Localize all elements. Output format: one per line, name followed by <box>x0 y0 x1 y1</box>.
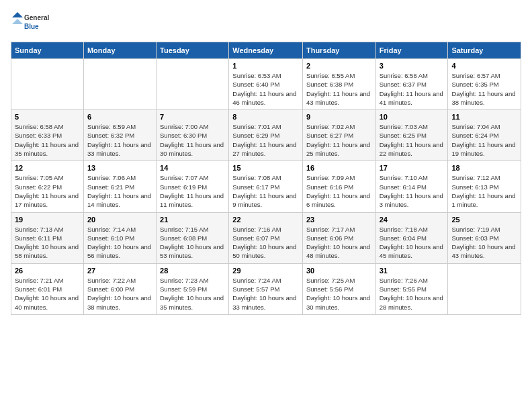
day-cell: 9Sunrise: 7:02 AM Sunset: 6:27 PM Daylig… <box>302 110 375 161</box>
day-info: Sunrise: 7:18 AM Sunset: 6:04 PM Dayligh… <box>380 225 445 261</box>
day-info: Sunrise: 7:14 AM Sunset: 6:10 PM Dayligh… <box>87 225 152 261</box>
day-number: 20 <box>87 216 152 224</box>
day-info: Sunrise: 7:10 AM Sunset: 6:14 PM Dayligh… <box>380 173 445 209</box>
day-info: Sunrise: 7:22 AM Sunset: 6:00 PM Dayligh… <box>87 276 152 312</box>
day-number: 21 <box>160 216 225 224</box>
day-info: Sunrise: 6:56 AM Sunset: 6:37 PM Dayligh… <box>380 71 445 107</box>
day-cell: 1Sunrise: 6:53 AM Sunset: 6:40 PM Daylig… <box>229 59 303 110</box>
day-info: Sunrise: 6:53 AM Sunset: 6:40 PM Dayligh… <box>232 71 299 107</box>
svg-text:General: General <box>24 14 49 21</box>
day-cell: 5Sunrise: 6:58 AM Sunset: 6:33 PM Daylig… <box>11 110 84 161</box>
day-number: 1 <box>232 62 299 70</box>
day-info: Sunrise: 6:55 AM Sunset: 6:38 PM Dayligh… <box>306 71 372 107</box>
day-info: Sunrise: 7:24 AM Sunset: 5:57 PM Dayligh… <box>232 276 299 312</box>
week-row-1: 1Sunrise: 6:53 AM Sunset: 6:40 PM Daylig… <box>11 59 521 110</box>
svg-marker-2 <box>12 12 23 17</box>
week-row-3: 12Sunrise: 7:05 AM Sunset: 6:22 PM Dayli… <box>11 161 521 212</box>
day-info: Sunrise: 7:03 AM Sunset: 6:25 PM Dayligh… <box>380 122 445 158</box>
day-cell: 24Sunrise: 7:18 AM Sunset: 6:04 PM Dayli… <box>375 212 448 263</box>
day-info: Sunrise: 7:00 AM Sunset: 6:30 PM Dayligh… <box>160 122 225 158</box>
day-info: Sunrise: 6:58 AM Sunset: 6:33 PM Dayligh… <box>15 122 80 158</box>
day-number: 16 <box>306 164 372 172</box>
day-info: Sunrise: 7:07 AM Sunset: 6:19 PM Dayligh… <box>160 173 225 209</box>
calendar-header-row: SundayMondayTuesdayWednesdayThursdayFrid… <box>11 42 521 59</box>
week-row-5: 26Sunrise: 7:21 AM Sunset: 6:01 PM Dayli… <box>11 263 521 314</box>
day-number: 28 <box>160 267 225 275</box>
day-number: 9 <box>306 113 372 121</box>
day-number: 12 <box>15 164 80 172</box>
col-header-friday: Friday <box>375 42 448 59</box>
day-cell: 14Sunrise: 7:07 AM Sunset: 6:19 PM Dayli… <box>157 161 229 212</box>
day-cell: 2Sunrise: 6:55 AM Sunset: 6:38 PM Daylig… <box>302 59 375 110</box>
day-number: 23 <box>306 216 372 224</box>
day-cell: 31Sunrise: 7:26 AM Sunset: 5:55 PM Dayli… <box>375 263 448 314</box>
day-cell: 29Sunrise: 7:24 AM Sunset: 5:57 PM Dayli… <box>229 263 303 314</box>
day-number: 31 <box>380 267 445 275</box>
svg-marker-3 <box>12 19 23 24</box>
day-cell: 12Sunrise: 7:05 AM Sunset: 6:22 PM Dayli… <box>11 161 84 212</box>
week-row-4: 19Sunrise: 7:13 AM Sunset: 6:11 PM Dayli… <box>11 212 521 263</box>
day-number: 7 <box>160 113 225 121</box>
header: General Blue <box>11 11 521 35</box>
day-number: 4 <box>451 62 517 70</box>
day-number: 17 <box>380 164 445 172</box>
day-info: Sunrise: 7:01 AM Sunset: 6:29 PM Dayligh… <box>232 122 299 158</box>
day-cell: 8Sunrise: 7:01 AM Sunset: 6:29 PM Daylig… <box>229 110 303 161</box>
day-cell: 6Sunrise: 6:59 AM Sunset: 6:32 PM Daylig… <box>83 110 156 161</box>
day-info: Sunrise: 7:13 AM Sunset: 6:11 PM Dayligh… <box>15 225 80 261</box>
day-cell: 18Sunrise: 7:12 AM Sunset: 6:13 PM Dayli… <box>448 161 521 212</box>
day-info: Sunrise: 7:04 AM Sunset: 6:24 PM Dayligh… <box>451 122 517 158</box>
day-number: 5 <box>15 113 80 121</box>
day-info: Sunrise: 7:08 AM Sunset: 6:17 PM Dayligh… <box>232 173 299 209</box>
day-number: 19 <box>15 216 80 224</box>
day-cell: 7Sunrise: 7:00 AM Sunset: 6:30 PM Daylig… <box>157 110 229 161</box>
day-info: Sunrise: 7:16 AM Sunset: 6:07 PM Dayligh… <box>232 225 299 261</box>
col-header-thursday: Thursday <box>302 42 375 59</box>
day-number: 3 <box>380 62 445 70</box>
day-number: 26 <box>15 267 80 275</box>
day-number: 27 <box>87 267 152 275</box>
day-cell: 17Sunrise: 7:10 AM Sunset: 6:14 PM Dayli… <box>375 161 448 212</box>
day-cell <box>157 59 229 110</box>
day-cell: 22Sunrise: 7:16 AM Sunset: 6:07 PM Dayli… <box>229 212 303 263</box>
day-info: Sunrise: 6:57 AM Sunset: 6:35 PM Dayligh… <box>451 71 517 107</box>
logo-svg: General Blue <box>11 11 51 35</box>
day-cell <box>448 263 521 314</box>
day-cell: 25Sunrise: 7:19 AM Sunset: 6:03 PM Dayli… <box>448 212 521 263</box>
day-info: Sunrise: 7:21 AM Sunset: 6:01 PM Dayligh… <box>15 276 80 312</box>
day-cell: 3Sunrise: 6:56 AM Sunset: 6:37 PM Daylig… <box>375 59 448 110</box>
day-number: 22 <box>232 216 299 224</box>
day-cell: 30Sunrise: 7:25 AM Sunset: 5:56 PM Dayli… <box>302 263 375 314</box>
day-cell: 20Sunrise: 7:14 AM Sunset: 6:10 PM Dayli… <box>83 212 156 263</box>
day-cell: 4Sunrise: 6:57 AM Sunset: 6:35 PM Daylig… <box>448 59 521 110</box>
calendar-table: SundayMondayTuesdayWednesdayThursdayFrid… <box>11 42 521 315</box>
day-number: 15 <box>232 164 299 172</box>
week-row-2: 5Sunrise: 6:58 AM Sunset: 6:33 PM Daylig… <box>11 110 521 161</box>
col-header-sunday: Sunday <box>11 42 84 59</box>
day-cell: 28Sunrise: 7:23 AM Sunset: 5:59 PM Dayli… <box>157 263 229 314</box>
col-header-tuesday: Tuesday <box>157 42 229 59</box>
day-number: 11 <box>451 113 517 121</box>
logo: General Blue <box>11 11 51 35</box>
day-info: Sunrise: 6:59 AM Sunset: 6:32 PM Dayligh… <box>87 122 152 158</box>
day-info: Sunrise: 7:19 AM Sunset: 6:03 PM Dayligh… <box>451 225 517 261</box>
day-info: Sunrise: 7:05 AM Sunset: 6:22 PM Dayligh… <box>15 173 80 209</box>
day-number: 2 <box>306 62 372 70</box>
day-number: 10 <box>380 113 445 121</box>
day-info: Sunrise: 7:26 AM Sunset: 5:55 PM Dayligh… <box>380 276 445 312</box>
day-info: Sunrise: 7:09 AM Sunset: 6:16 PM Dayligh… <box>306 173 372 209</box>
day-number: 14 <box>160 164 225 172</box>
day-info: Sunrise: 7:02 AM Sunset: 6:27 PM Dayligh… <box>306 122 372 158</box>
day-info: Sunrise: 7:25 AM Sunset: 5:56 PM Dayligh… <box>306 276 372 312</box>
svg-text:Blue: Blue <box>24 23 39 30</box>
day-number: 18 <box>451 164 517 172</box>
day-cell: 27Sunrise: 7:22 AM Sunset: 6:00 PM Dayli… <box>83 263 156 314</box>
day-cell <box>11 59 84 110</box>
day-cell: 19Sunrise: 7:13 AM Sunset: 6:11 PM Dayli… <box>11 212 84 263</box>
day-cell: 11Sunrise: 7:04 AM Sunset: 6:24 PM Dayli… <box>448 110 521 161</box>
col-header-monday: Monday <box>83 42 156 59</box>
day-number: 8 <box>232 113 299 121</box>
day-info: Sunrise: 7:23 AM Sunset: 5:59 PM Dayligh… <box>160 276 225 312</box>
day-number: 25 <box>451 216 517 224</box>
day-cell: 13Sunrise: 7:06 AM Sunset: 6:21 PM Dayli… <box>83 161 156 212</box>
